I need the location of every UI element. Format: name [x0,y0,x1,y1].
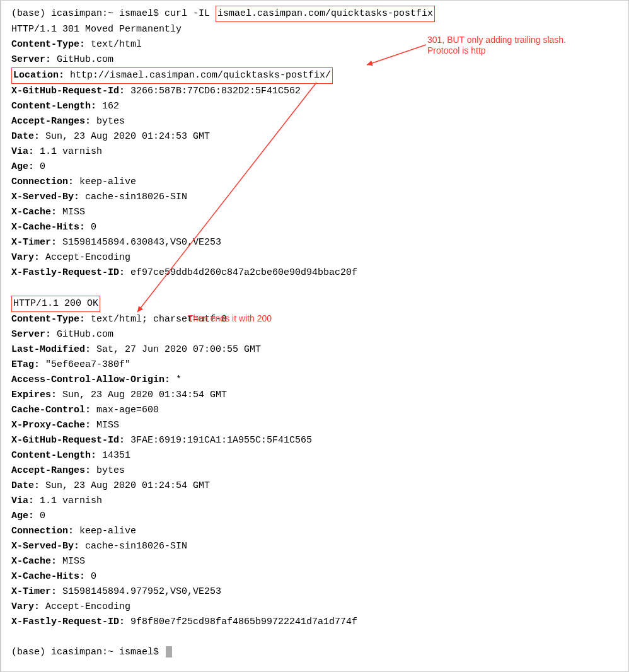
header-line: Last-Modified: Sat, 27 Jun 2020 07:00:55… [11,342,621,357]
header-line: Date: Sun, 23 Aug 2020 01:24:54 GMT [11,478,621,494]
header-line: X-GitHub-Request-Id: 3FAE:6919:191CA1:1A… [11,433,621,448]
header-line: X-Fastly-Request-ID: 9f8f80e7f25cd98faf4… [11,615,621,630]
header-line: Accept-Ranges: bytes [11,463,621,478]
header-line: Vary: Accept-Encoding [11,600,621,615]
prompt-line-2[interactable]: (base) icasimpan:~ ismael$ [11,645,621,660]
prompt-line-1: (base) icasimpan:~ ismael$ curl -IL isma… [11,6,621,22]
header-line: Content-Type: text/html; charset=utf-8 [11,312,621,327]
header-line: X-Cache-Hits: 0 [11,569,621,584]
location-line: Location: http://ismael.casimpan.com/qui… [11,67,621,84]
header-line: X-Served-By: cache-sin18026-SIN [11,539,621,554]
header-line: X-Proxy-Cache: MISS [11,418,621,433]
header-line: X-Cache: MISS [11,554,621,569]
header-line: X-Served-By: cache-sin18026-SIN [11,190,621,205]
cursor [166,646,172,658]
header-line: X-Cache: MISS [11,205,621,220]
header-line: Via: 1.1 varnish [11,144,621,159]
status-200: HTTP/1.1 200 OK [11,296,621,312]
header-line: Vary: Accept-Encoding [11,250,621,265]
header-line: Connection: keep-alive [11,175,621,190]
header-line: X-Cache-Hits: 0 [11,220,621,235]
header-line: Accept-Ranges: bytes [11,114,621,129]
header-line: X-GitHub-Request-Id: 3266:587B:77CD6:832… [11,84,621,99]
header-line: X-Fastly-Request-ID: ef97ce59ddb4d260c84… [11,265,621,281]
boxed-200: HTTP/1.1 200 OK [11,296,100,312]
annotation-301: 301, BUT only adding trailing slash.Prot… [427,35,566,56]
header-line: Content-Length: 162 [11,99,621,114]
header-line: Content-Length: 14351 [11,448,621,463]
header-line: Access-Control-Allow-Origin: * [11,373,621,388]
header-line: X-Timer: S1598145894.977952,VS0,VE253 [11,584,621,600]
header-line: Expires: Sun, 23 Aug 2020 01:34:54 GMT [11,388,621,403]
header-line: Connection: keep-alive [11,524,621,539]
annotation-200: Then ends it with 200 [188,313,272,324]
header-line: Age: 0 [11,509,621,524]
boxed-url: ismael.casimpan.com/quicktasks-postfix [216,6,435,22]
header-line: ETag: "5ef6eea7-380f" [11,357,621,373]
header-line: Age: 0 [11,159,621,175]
header-line: X-Timer: S1598145894.630843,VS0,VE253 [11,235,621,250]
header-line: Date: Sun, 23 Aug 2020 01:24:53 GMT [11,129,621,144]
header-line: Via: 1.1 varnish [11,494,621,509]
header-line: Cache-Control: max-age=600 [11,403,621,418]
boxed-location: Location: http://ismael.casimpan.com/qui… [11,67,333,84]
header-line: Server: GitHub.com [11,327,621,342]
terminal-output: (base) icasimpan:~ ismael$ curl -IL isma… [11,6,621,660]
